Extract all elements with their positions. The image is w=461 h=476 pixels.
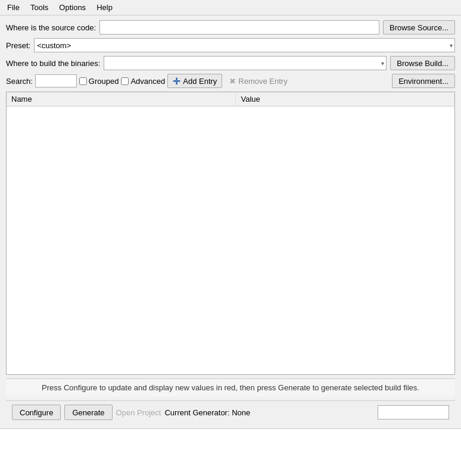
- generator-label: Current Generator: None: [164, 408, 250, 417]
- binaries-label: Where to build the binaries:: [6, 59, 100, 68]
- advanced-checkbox-label[interactable]: Advanced: [121, 77, 165, 86]
- remove-entry-button[interactable]: ✖ Remove Entry: [225, 74, 292, 88]
- table-header-row: Name Value: [7, 92, 454, 107]
- add-entry-button[interactable]: ✛ Add Entry: [167, 74, 222, 88]
- source-input[interactable]: [99, 20, 379, 35]
- advanced-checkbox[interactable]: [121, 77, 129, 85]
- bottom-area: [0, 428, 461, 476]
- source-label: Where is the source code:: [6, 23, 96, 32]
- add-entry-label: Add Entry: [183, 77, 217, 86]
- add-icon: ✛: [173, 77, 180, 86]
- toolbar-row: Search: Grouped Advanced ✛ Add Entry ✖ R…: [6, 74, 455, 88]
- configure-button[interactable]: Configure: [12, 405, 61, 420]
- advanced-label-text: Advanced: [130, 77, 165, 86]
- remove-entry-label: Remove Entry: [238, 77, 287, 86]
- menu-options[interactable]: Options: [54, 2, 91, 13]
- binaries-input[interactable]: [104, 56, 387, 70]
- col-name: Name: [7, 92, 236, 107]
- main-content: Where is the source code: Browse Source.…: [0, 15, 461, 428]
- menu-tools[interactable]: Tools: [26, 2, 53, 13]
- grouped-checkbox-label[interactable]: Grouped: [79, 77, 119, 86]
- col-value: Value: [236, 92, 454, 107]
- preset-label: Preset:: [6, 41, 30, 50]
- open-project-label: Open Project: [116, 408, 161, 417]
- search-label: Search:: [6, 77, 33, 86]
- binaries-row: Where to build the binaries: ▾ Browse Bu…: [6, 56, 455, 70]
- main-window: File Tools Options Help Where is the sou…: [0, 0, 461, 476]
- preset-select[interactable]: <custom>: [34, 38, 455, 52]
- generator-input[interactable]: [378, 405, 449, 419]
- grouped-label-text: Grouped: [89, 77, 119, 86]
- preset-row: Preset: <custom> ▾: [6, 38, 455, 52]
- remove-icon: ✖: [229, 77, 236, 86]
- generate-button[interactable]: Generate: [64, 405, 112, 420]
- menubar: File Tools Options Help: [0, 0, 461, 15]
- entry-table: Name Value: [7, 92, 454, 107]
- status-message: Press Configure to update and display ne…: [42, 383, 419, 392]
- browse-source-button[interactable]: Browse Source...: [383, 20, 455, 35]
- bottom-toolbar: Configure Generate Open Project Current …: [6, 400, 455, 424]
- search-input[interactable]: [35, 74, 77, 87]
- source-row: Where is the source code: Browse Source.…: [6, 20, 455, 35]
- grouped-checkbox[interactable]: [79, 77, 87, 85]
- environment-button[interactable]: Environment...: [392, 74, 455, 88]
- menu-file[interactable]: File: [2, 2, 24, 13]
- binaries-select-wrapper: ▾: [104, 56, 387, 70]
- preset-select-wrapper: <custom> ▾: [34, 38, 455, 52]
- browse-build-button[interactable]: Browse Build...: [390, 56, 455, 70]
- status-bar: Press Configure to update and display ne…: [6, 378, 455, 397]
- menu-help[interactable]: Help: [92, 2, 117, 13]
- entry-table-container: Name Value: [6, 92, 455, 375]
